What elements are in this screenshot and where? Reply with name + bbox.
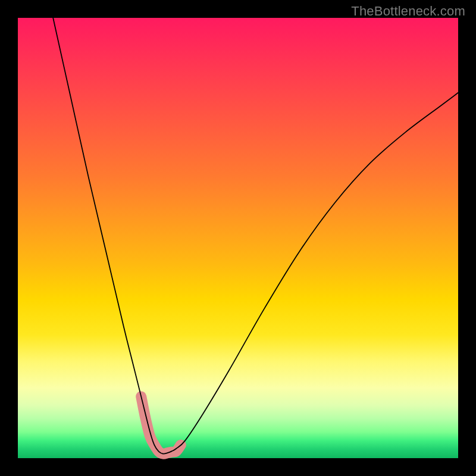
v-curve [53,18,458,454]
watermark-label: TheBottleneck.com [351,4,465,19]
chart-svg [18,18,458,458]
v-curve-group [53,18,458,454]
plot-area [18,18,458,458]
highlight-band-group [141,396,181,453]
highlight-band [141,396,181,453]
chart-frame: TheBottleneck.com [0,0,476,476]
